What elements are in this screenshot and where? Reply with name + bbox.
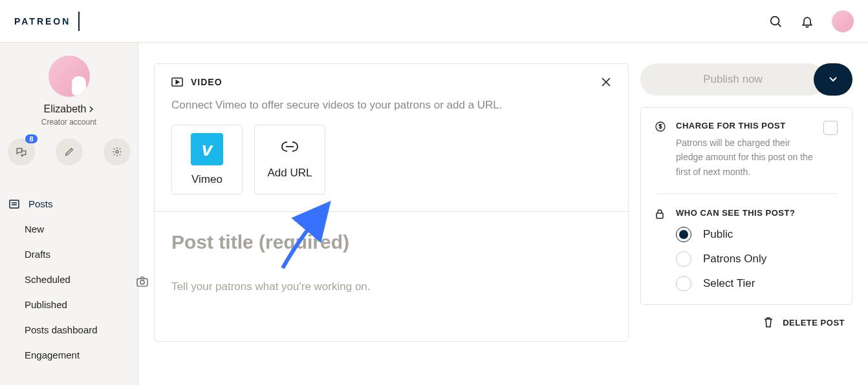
bell-icon[interactable]: [801, 14, 814, 28]
chevron-down-icon: [829, 76, 838, 83]
add-url-label: Add URL: [268, 167, 312, 180]
chevron-right-icon: [89, 106, 94, 112]
editor-column: VIDEO Connect Vimeo to offer secure vide…: [154, 63, 629, 385]
main-content: VIDEO Connect Vimeo to offer secure vide…: [138, 43, 868, 385]
delete-post-button[interactable]: DELETE POST: [640, 317, 852, 328]
brand-logo[interactable]: PATREON: [14, 12, 80, 31]
svg-point-2: [116, 151, 118, 153]
card-title: VIDEO: [191, 77, 222, 87]
app-header: PATREON: [0, 0, 868, 43]
search-icon[interactable]: [768, 14, 783, 28]
svg-point-0: [771, 16, 779, 25]
visibility-option-select-tier[interactable]: Select Tier: [676, 276, 838, 291]
svg-point-11: [140, 280, 144, 284]
profile-name-label: Elizabeth: [44, 103, 87, 115]
radio-label: Public: [703, 228, 733, 241]
charge-title: CHARGE FOR THIS POST: [676, 121, 813, 130]
header-actions: [768, 10, 854, 32]
visibility-option-public[interactable]: Public: [676, 227, 838, 242]
settings-column: Publish now CHARGE FOR THIS POST Patrons…: [640, 63, 852, 385]
chat-icon: [16, 147, 27, 157]
dollar-icon: [655, 121, 666, 179]
link-icon: [278, 140, 301, 159]
svg-line-1: [778, 24, 781, 26]
sidebar-item-scheduled[interactable]: Scheduled: [0, 267, 138, 292]
brand-divider: [78, 12, 80, 31]
brand-wordmark: PATREON: [14, 16, 71, 26]
visibility-option-patrons-only[interactable]: Patrons Only: [676, 251, 838, 267]
sidebar-item-posts-dashboard[interactable]: Posts dashboard: [0, 317, 138, 342]
publish-label: Publish now: [703, 73, 763, 86]
radio-label: Select Tier: [703, 277, 755, 290]
svg-rect-13: [656, 213, 663, 218]
lock-icon: [655, 208, 666, 291]
sidebar-item-new[interactable]: New: [0, 216, 138, 242]
sidebar-nav: Posts New Drafts Scheduled Published Pos…: [0, 191, 138, 368]
sidebar-item-label: Published: [25, 299, 67, 310]
sidebar-item-label: Drafts: [25, 249, 50, 260]
sidebar-item-posts[interactable]: Posts: [0, 191, 138, 216]
trash-icon: [763, 317, 774, 328]
visibility-options: Public Patrons Only Select Tier: [676, 227, 838, 291]
delete-label: DELETE POST: [783, 318, 845, 328]
profile-block: Elizabeth Creator account 8: [0, 43, 138, 177]
avatar[interactable]: [832, 10, 854, 32]
settings-button[interactable]: [103, 138, 131, 165]
radio-label: Patrons Only: [703, 253, 766, 265]
radio-input[interactable]: [676, 251, 691, 267]
editor-body: [155, 211, 628, 341]
add-url-button[interactable]: Add URL: [254, 125, 325, 194]
profile-avatar[interactable]: [49, 56, 90, 97]
radio-input[interactable]: [676, 227, 691, 242]
publish-now-button[interactable]: Publish now: [640, 63, 825, 96]
pencil-icon: [64, 147, 74, 157]
vimeo-icon: v: [191, 133, 223, 165]
post-title-input[interactable]: [171, 231, 611, 253]
visibility-section: WHO CAN SEE THIS POST? Public Patrons On…: [655, 193, 838, 291]
visibility-title: WHO CAN SEE THIS POST?: [676, 208, 838, 218]
card-description: Connect Vimeo to offer secure videos to …: [155, 87, 628, 112]
post-settings-card: CHARGE FOR THIS POST Patrons will be cha…: [640, 107, 852, 305]
profile-actions: 8: [8, 138, 131, 165]
connect-vimeo-button[interactable]: v Vimeo: [171, 125, 243, 194]
camera-icon[interactable]: [136, 276, 148, 287]
messages-badge: 8: [25, 134, 37, 143]
posts-icon: [9, 200, 19, 209]
publish-controls: Publish now: [640, 63, 852, 96]
messages-button[interactable]: 8: [8, 138, 35, 165]
connect-options: v Vimeo Add URL: [155, 112, 628, 211]
publish-dropdown-button[interactable]: [814, 63, 852, 96]
sidebar: Elizabeth Creator account 8: [0, 43, 138, 385]
video-attachment-card: VIDEO Connect Vimeo to offer secure vide…: [154, 63, 629, 342]
profile-subtitle: Creator account: [41, 118, 96, 127]
charge-section: CHARGE FOR THIS POST Patrons will be cha…: [655, 121, 838, 179]
sidebar-item-label: Scheduled: [25, 274, 71, 285]
vimeo-label: Vimeo: [191, 173, 222, 186]
svg-rect-3: [10, 200, 19, 208]
sidebar-item-published[interactable]: Published: [0, 292, 138, 317]
card-header: VIDEO: [155, 64, 628, 87]
sidebar-item-engagement[interactable]: Engagement: [0, 342, 138, 368]
close-button[interactable]: [601, 77, 611, 87]
radio-input[interactable]: [676, 276, 691, 291]
sidebar-item-label: Posts: [28, 198, 53, 209]
close-icon: [601, 77, 611, 87]
app-layout: Elizabeth Creator account 8: [0, 43, 868, 385]
post-body-input[interactable]: [171, 280, 611, 319]
sidebar-item-label: Engagement: [25, 349, 80, 360]
gear-icon: [112, 147, 122, 157]
sidebar-item-label: New: [25, 224, 44, 234]
sidebar-item-label: Posts dashboard: [25, 324, 98, 335]
profile-name-link[interactable]: Elizabeth: [44, 103, 94, 115]
charge-checkbox[interactable]: [823, 121, 838, 135]
sidebar-item-drafts[interactable]: Drafts: [0, 242, 138, 267]
video-icon: [171, 77, 183, 87]
charge-description: Patrons will be charged their pledge amo…: [676, 136, 813, 179]
edit-button[interactable]: [56, 138, 83, 165]
